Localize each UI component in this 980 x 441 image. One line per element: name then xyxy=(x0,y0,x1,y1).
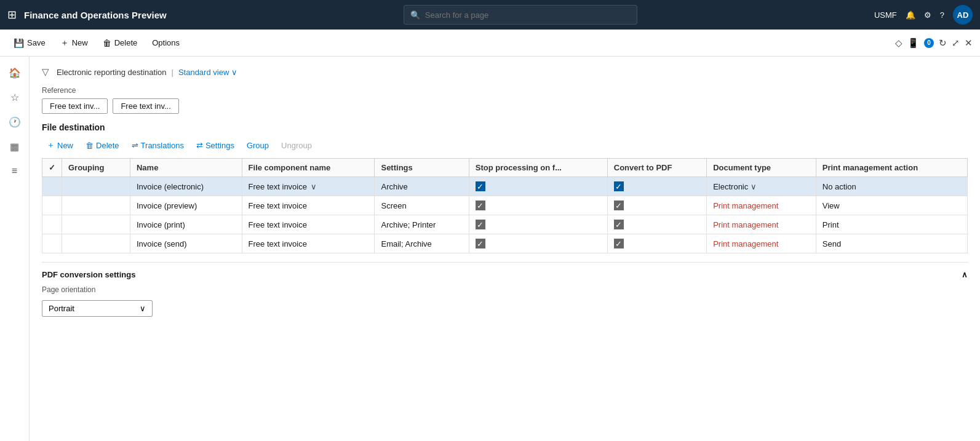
row-settings: Screen xyxy=(375,196,469,215)
col-convert-pdf: Convert to PDF xyxy=(607,159,706,177)
sidebar-item-home[interactable]: 🏠 xyxy=(4,62,26,84)
view-dropdown[interactable]: Standard view ∨ xyxy=(178,68,237,77)
fd-delete-button[interactable]: 🗑 Delete xyxy=(81,138,124,153)
table-row[interactable]: Invoice (preview)Free text invoiceScreen… xyxy=(42,196,968,215)
notification-icon[interactable]: 🔔 xyxy=(906,10,915,20)
new-icon: ＋ xyxy=(60,38,69,49)
refresh-icon[interactable]: ↻ xyxy=(939,38,947,49)
row-convert-pdf[interactable]: ✓ xyxy=(607,234,706,253)
row-convert-pdf[interactable]: ✓ xyxy=(607,177,706,196)
breadcrumb-separator: | xyxy=(172,68,173,77)
page-orientation-label: Page orientation xyxy=(42,285,968,294)
settings-icon[interactable]: ⚙ xyxy=(924,10,931,20)
sidebar-item-workspaces[interactable]: ▦ xyxy=(4,135,26,157)
doc-type-value: Print management xyxy=(713,239,778,248)
row-convert-pdf[interactable]: ✓ xyxy=(607,196,706,215)
stop-processing-checkbox[interactable]: ✓ xyxy=(476,181,485,191)
convert-pdf-checkbox[interactable]: ✓ xyxy=(614,181,624,191)
col-name: Name xyxy=(130,159,242,177)
row-print-action: No action xyxy=(816,177,967,196)
col-print-action: Print management action xyxy=(816,159,967,177)
topbar: ⊞ Finance and Operations Preview 🔍 USMF … xyxy=(0,0,980,30)
row-print-action: Send xyxy=(816,234,967,253)
options-button[interactable]: Options xyxy=(146,36,186,50)
row-name: Invoice (print) xyxy=(130,215,242,234)
stop-processing-checkbox[interactable]: ✓ xyxy=(476,239,485,248)
convert-pdf-checkbox[interactable]: ✓ xyxy=(614,201,624,210)
search-bar[interactable]: 🔍 xyxy=(404,5,637,25)
row-file-component: Free text invoice∨ xyxy=(242,177,375,196)
search-input[interactable] xyxy=(425,10,631,20)
row-settings: Email; Archive xyxy=(375,234,469,253)
row-document-type: Print management xyxy=(707,196,816,215)
delete-button[interactable]: 🗑 Delete xyxy=(97,36,144,50)
sidebar: 🏠 ☆ 🕐 ▦ ≡ xyxy=(0,57,30,441)
close-icon[interactable]: ✕ xyxy=(965,38,973,49)
fd-translations-button[interactable]: ⇌ Translations xyxy=(127,138,189,153)
row-print-action: View xyxy=(816,196,967,215)
reference-label: Reference xyxy=(42,86,968,95)
collapse-icon: ∧ xyxy=(962,270,968,279)
help-icon[interactable]: ? xyxy=(940,10,944,20)
reference-btn-2[interactable]: Free text inv... xyxy=(113,98,178,114)
col-stop-processing: Stop processing on f... xyxy=(469,159,607,177)
commandbar: 💾 Save ＋ New 🗑 Delete Options ◇ 📱 0 ↻ ⤢ … xyxy=(0,30,980,57)
check-all-icon[interactable]: ✓ xyxy=(49,163,55,172)
breadcrumb-page: Electronic reporting destination xyxy=(57,68,167,77)
col-settings: Settings xyxy=(375,159,469,177)
pdf-section-title: PDF conversion settings xyxy=(42,270,135,279)
table-row[interactable]: Invoice (send)Free text invoiceEmail; Ar… xyxy=(42,234,968,253)
new-button[interactable]: ＋ New xyxy=(54,35,94,51)
sidebar-item-modules[interactable]: ≡ xyxy=(4,160,26,182)
fd-group-button[interactable]: Group xyxy=(242,138,274,153)
row-checkbox-cell xyxy=(42,177,62,196)
app-title: Finance and Operations Preview xyxy=(24,10,167,20)
chevron-down-icon: ∨ xyxy=(231,68,237,77)
plus-icon: ＋ xyxy=(47,140,55,151)
file-component-select[interactable]: Free text invoice∨ xyxy=(249,182,368,191)
row-name: Invoice (preview) xyxy=(130,196,242,215)
row-stop-processing[interactable]: ✓ xyxy=(469,196,607,215)
sidebar-item-recent[interactable]: 🕐 xyxy=(4,111,26,133)
convert-pdf-checkbox[interactable]: ✓ xyxy=(614,220,624,229)
fd-settings-button[interactable]: ⇄ Settings xyxy=(191,138,239,153)
row-checkbox-cell xyxy=(42,196,62,215)
doc-type-value: Print management xyxy=(713,220,778,229)
phone-icon[interactable]: 📱 xyxy=(907,38,919,49)
diamond-icon[interactable]: ◇ xyxy=(895,38,902,49)
row-stop-processing[interactable]: ✓ xyxy=(469,177,607,196)
table-row[interactable]: Invoice (print)Free text invoiceArchive;… xyxy=(42,215,968,234)
table-row[interactable]: Invoice (electronic)Free text invoice∨Ar… xyxy=(42,177,968,196)
trash-icon: 🗑 xyxy=(86,141,94,150)
row-file-component: Free text invoice xyxy=(242,234,375,253)
sidebar-item-favorites[interactable]: ☆ xyxy=(4,86,26,108)
doc-type-value: Electronic xyxy=(713,182,748,191)
main-layout: 🏠 ☆ 🕐 ▦ ≡ ▽ Electronic reporting destina… xyxy=(0,57,980,441)
content-area: ▽ Electronic reporting destination | Sta… xyxy=(30,57,980,441)
row-stop-processing[interactable]: ✓ xyxy=(469,234,607,253)
user-label: USMF xyxy=(874,10,897,20)
stop-processing-checkbox[interactable]: ✓ xyxy=(476,220,485,229)
waffle-icon[interactable]: ⊞ xyxy=(7,8,17,22)
row-grouping xyxy=(62,215,130,234)
fd-new-button[interactable]: ＋ New xyxy=(42,137,78,153)
dropdown-arrow: ∨ xyxy=(311,182,317,191)
row-stop-processing[interactable]: ✓ xyxy=(469,215,607,234)
save-button[interactable]: 💾 Save xyxy=(7,36,52,50)
page-orientation-select[interactable]: Portrait ∨ xyxy=(42,300,153,317)
stop-processing-checkbox[interactable]: ✓ xyxy=(476,201,485,210)
convert-pdf-checkbox[interactable]: ✓ xyxy=(614,239,624,248)
col-file-component: File component name xyxy=(242,159,375,177)
topbar-right: USMF 🔔 ⚙ ? AD xyxy=(874,5,973,25)
expand-icon[interactable]: ⤢ xyxy=(952,38,960,49)
filter-icon[interactable]: ▽ xyxy=(42,66,49,77)
avatar[interactable]: AD xyxy=(953,5,973,25)
reference-btn-1[interactable]: Free text inv... xyxy=(42,98,108,114)
doc-type-select[interactable]: Electronic∨ xyxy=(713,182,810,191)
row-document-type: Print management xyxy=(707,234,816,253)
col-grouping: Grouping xyxy=(62,159,130,177)
row-file-component: Free text invoice xyxy=(242,215,375,234)
delete-icon: 🗑 xyxy=(103,38,111,48)
pdf-section-header[interactable]: PDF conversion settings ∧ xyxy=(42,270,968,285)
row-convert-pdf[interactable]: ✓ xyxy=(607,215,706,234)
